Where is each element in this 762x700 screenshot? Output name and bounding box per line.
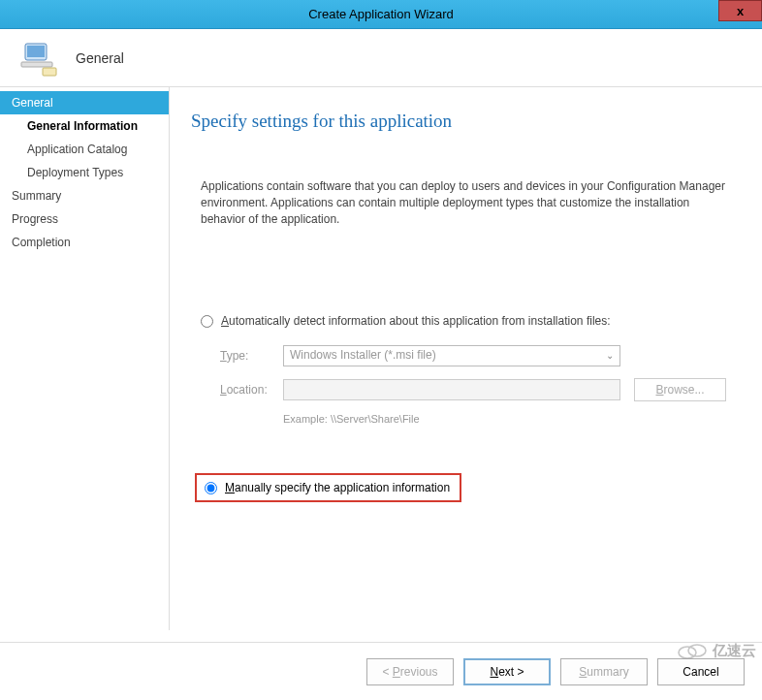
window-title: Create Application Wizard [308,7,454,21]
radio-manual[interactable] [205,482,217,494]
radio-manual-label: Manually specify the application informa… [225,481,450,494]
browse-button[interactable]: Browse... [634,378,726,401]
svg-rect-1 [27,46,45,57]
radio-manual-highlight: Manually specify the application informa… [195,473,461,502]
sidebar-label: General [12,96,53,110]
type-select[interactable]: Windows Installer (*.msi file) ⌄ [283,345,620,366]
next-button[interactable]: Next > [463,658,551,685]
header-title: General [76,50,124,66]
page-title: Specify settings for this application [191,111,743,132]
location-example: Example: \\Server\Share\File [191,413,743,425]
wizard-body: General General Information Application … [0,87,762,630]
radio-auto-detect-label: Automatically detect information about t… [221,314,611,328]
svg-rect-2 [21,62,52,67]
sidebar-label: General Information [27,119,138,133]
close-icon: x [737,4,744,18]
type-label: Type: [220,349,283,363]
sidebar-item-general[interactable]: General [0,91,169,114]
computer-icon [19,39,58,78]
sidebar-item-deployment-types[interactable]: Deployment Types [0,161,169,184]
radio-auto-detect[interactable] [201,315,213,328]
sidebar-item-application-catalog[interactable]: Application Catalog [0,138,169,161]
radio-auto-detect-row[interactable]: Automatically detect information about t… [191,314,743,328]
type-row: Type: Windows Installer (*.msi file) ⌄ [191,345,743,366]
sidebar-item-completion[interactable]: Completion [0,231,169,254]
wizard-footer: < Previous Next > Summary Cancel [0,642,762,700]
wizard-sidebar: General General Information Application … [0,87,170,630]
summary-button[interactable]: Summary [560,658,648,685]
sidebar-label: Deployment Types [27,166,123,179]
sidebar-label: Progress [12,212,58,226]
sidebar-item-progress[interactable]: Progress [0,207,169,231]
wizard-main: Specify settings for this application Ap… [170,87,762,630]
svg-rect-3 [43,68,56,76]
page-description: Applications contain software that you c… [191,178,743,227]
close-button[interactable]: x [718,0,762,21]
location-row: Location: Browse... [191,378,743,401]
previous-button[interactable]: < Previous [366,658,454,685]
chevron-down-icon: ⌄ [606,350,614,361]
cancel-button[interactable]: Cancel [657,658,745,685]
wizard-header: General [0,29,762,87]
location-input[interactable] [283,379,620,400]
sidebar-label: Completion [12,236,71,249]
location-label: Location: [220,383,283,397]
sidebar-item-summary[interactable]: Summary [0,184,169,207]
sidebar-label: Summary [12,189,61,203]
sidebar-item-general-information[interactable]: General Information [0,114,169,138]
titlebar: Create Application Wizard x [0,0,762,29]
sidebar-label: Application Catalog [27,143,127,156]
type-value: Windows Installer (*.msi file) [290,348,436,362]
